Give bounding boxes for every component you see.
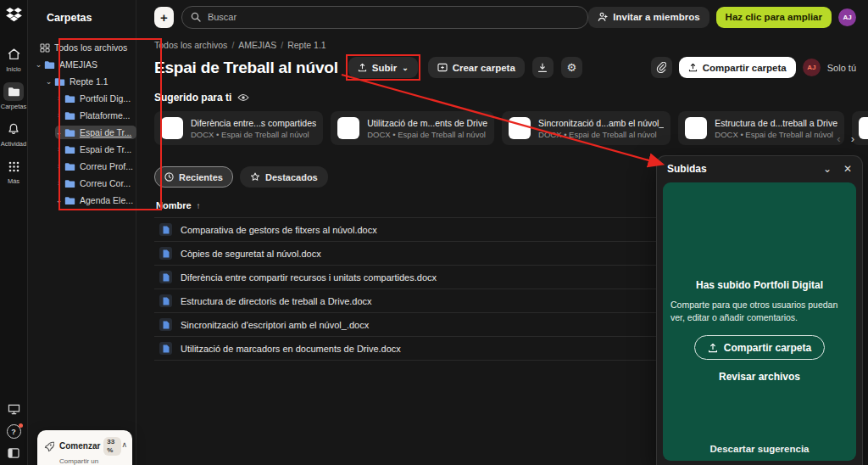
download-button[interactable] [532,57,554,78]
help-icon[interactable]: ? [7,424,21,439]
tree-item-espai-selected[interactable]: ⌄ Espai de Tr... [27,124,136,141]
rail-item-mas[interactable]: Más [0,157,27,185]
chevron-right-icon[interactable]: › [55,179,63,188]
member-avatar[interactable]: AJ [803,59,821,76]
copy-link-button[interactable] [651,57,672,78]
tree-item-label: Espai de Tr... [80,144,131,154]
name-column-header[interactable]: Nombre [156,200,192,210]
cards-carousel-controls: ‹ › [837,132,854,145]
card-meta: DOCX • Espai de Treball al núvol [367,130,487,139]
person-add-icon [598,12,608,22]
rocket-icon [44,437,54,465]
create-folder-label: Crear carpeta [453,63,515,73]
suggested-card[interactable]: Estructura de d...treball a Drive DOCX •… [678,111,844,145]
share-folder-cta-label: Compartir carpeta [724,342,811,354]
desktop-app-icon[interactable] [8,404,20,415]
invite-members-button[interactable]: Invitar a miembros [588,7,709,28]
breadcrumb-amejias[interactable]: AMEJIAS [238,40,276,50]
card-meta: DOCX • Espai de Treball al núvol [538,130,664,139]
tab-recientes[interactable]: Recientes [154,166,233,188]
tree-item-correu-prof[interactable]: › Correu Prof... [27,158,136,175]
chevron-down-icon[interactable]: ⌄ [55,196,63,204]
tree-item-correu-cor[interactable]: › Correu Cor... [27,175,136,192]
search-bar[interactable] [181,6,588,29]
create-folder-button[interactable]: Crear carpeta [428,57,525,78]
collapse-panel-icon[interactable]: ⌄ [823,163,832,175]
dismiss-suggestion-link[interactable]: Descartar sugerencia [663,444,856,454]
card-meta: DOCX • Espai de Treball al núvol [715,130,837,139]
create-plus-button[interactable]: + [154,7,174,28]
page-title: Espai de Treball al núvol [154,59,338,77]
tab-label: Recientes [179,172,223,182]
folder-actions-right: Compartir carpeta AJ Solo tú [651,57,856,78]
dropbox-app: Inicio Carpetas Actividad [0,0,868,465]
rail-item-actividad[interactable]: Actividad [0,120,27,148]
chevron-right-icon[interactable]: › [55,162,63,171]
chevron-right-icon[interactable]: › [55,111,63,120]
file-name: Sincronització d'escriptori amb el núvol… [181,320,369,330]
card-title: Diferència entre...s compartides [191,118,316,128]
search-input[interactable] [206,11,579,23]
members-label[interactable]: Solo tú [827,63,856,73]
settings-button[interactable]: ⚙ [561,57,582,78]
share-folder-label: Compartir carpeta [703,63,787,73]
tree-item-espai-2[interactable]: › Espai de Tr... [27,141,136,158]
tree-item-repte[interactable]: ⌄ Repte 1.1 [27,73,136,90]
suggested-card[interactable]: Sincronització d...amb el núvol_ DOCX • … [502,111,670,145]
chevron-up-icon[interactable]: ∧ [121,437,127,465]
folders-sidebar: Carpetas Todos los archivos ⌄ AMEJIAS ⌄ … [27,0,136,465]
doc-thumbnail [859,117,868,139]
getting-started-card[interactable]: Comenzar 33 % Compartir un archivo o una… [37,430,132,465]
carousel-next-icon[interactable]: › [851,132,854,145]
docx-file-icon [159,223,172,236]
chevron-right-icon[interactable]: › [55,94,63,103]
folder-icon [44,60,55,70]
upgrade-button[interactable]: Haz clic para ampliar [716,7,832,28]
tree-item-plataforme[interactable]: › Plataforme... [27,107,136,124]
bell-icon [3,120,24,138]
topbar: + Invitar a miembros Haz clic para ampli… [136,0,868,34]
chevron-down-icon[interactable]: ⌄ [45,77,53,86]
chevron-down-icon[interactable]: ⌄ [55,128,63,137]
suggested-card[interactable]: Diferència entre...s compartides DOCX • … [154,111,323,145]
folder-icon [64,145,75,154]
tab-destacados[interactable]: Destacados [240,166,328,188]
search-icon [191,12,201,22]
chevron-down-icon[interactable]: ⌄ [35,60,42,69]
tree-item-all-files[interactable]: Todos los archivos [27,39,136,56]
upload-success-heading: Has subido Portfoli Digital [696,279,823,291]
suggested-card[interactable]: Utilització de m...ents de Drive DOCX • … [331,111,494,145]
share-folder-cta-button[interactable]: Compartir carpeta [694,335,825,360]
tree-item-amejias[interactable]: ⌄ AMEJIAS [27,56,136,73]
dropbox-logo-icon[interactable] [6,8,22,23]
breadcrumb-repte[interactable]: Repte 1.1 [287,40,326,50]
file-name: Diferència entre compartir recursos i un… [181,272,437,283]
file-name: Estructura de directoris de treball a Dr… [181,296,372,306]
share-folder-button[interactable]: Compartir carpeta [679,57,796,78]
eye-icon[interactable] [237,93,249,102]
suggested-cards: Diferència entre...s compartides DOCX • … [154,111,868,145]
upload-button[interactable]: Subir ⌄ [348,57,418,78]
grid-dots-icon [3,157,24,176]
rail-item-carpetas[interactable]: Carpetas [0,82,27,110]
tree-item-label: Repte 1.1 [70,76,108,87]
tree-item-agenda[interactable]: ⌄ Agenda Ele... [27,192,136,209]
suggested-title: Sugerido para ti [154,92,231,104]
card-title: Utilització de m...ents de Drive [367,118,487,128]
gear-icon: ⚙ [567,61,577,74]
suggested-header: Sugerido para ti [154,92,856,104]
breadcrumb-separator: / [231,40,234,50]
docx-file-icon [159,294,172,307]
chevron-right-icon[interactable]: › [55,145,63,154]
close-panel-icon[interactable]: ✕ [843,163,852,175]
tree-item-label: Todos los archivos [54,42,127,53]
tree-item-portfoli[interactable]: › Portfoli Dig... [27,90,136,107]
sort-ascending-icon[interactable]: ↑ [197,201,201,210]
panel-toggle-icon[interactable] [8,448,19,458]
carousel-prev-icon[interactable]: ‹ [837,132,840,145]
help-glyph: ? [11,428,16,436]
account-avatar[interactable]: AJ [838,8,856,26]
breadcrumb-all-files[interactable]: Todos los archivos [154,40,227,50]
rail-item-inicio[interactable]: Inicio [0,45,27,73]
review-files-link[interactable]: Revisar archivos [719,371,800,383]
